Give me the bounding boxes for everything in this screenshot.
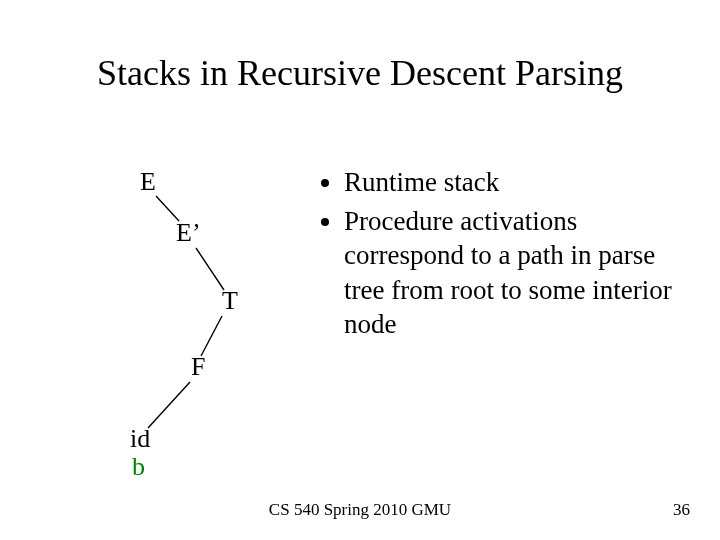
svg-line-3 <box>148 382 190 428</box>
tree-node-b: b <box>132 452 145 482</box>
bullet-item: Runtime stack <box>344 165 698 200</box>
tree-node-E: E <box>140 167 156 197</box>
footer-course: CS 540 Spring 2010 GMU <box>0 500 720 520</box>
footer-page-number: 36 <box>673 500 690 520</box>
svg-line-2 <box>201 316 222 356</box>
bullet-item: Procedure activations correspond to a pa… <box>344 204 698 342</box>
tree-node-F: F <box>191 352 205 382</box>
tree-node-T: T <box>222 286 238 316</box>
bullet-list: Runtime stack Procedure activations corr… <box>318 165 698 346</box>
svg-line-1 <box>196 248 224 290</box>
tree-node-Eprime: E’ <box>176 218 201 248</box>
tree-node-id: id <box>130 424 150 454</box>
